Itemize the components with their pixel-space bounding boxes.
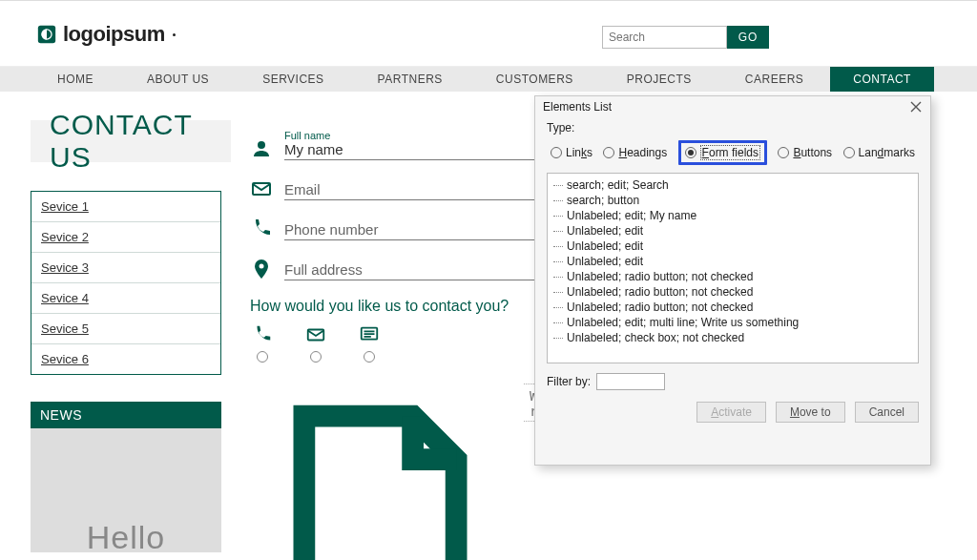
- type-formfields[interactable]: Form fields: [678, 140, 767, 165]
- radio-chat[interactable]: [364, 351, 375, 363]
- list-item[interactable]: Unlabeled; radio button; not checked: [553, 269, 912, 284]
- phone-choice-icon: [252, 324, 273, 345]
- note-icon: [250, 384, 510, 560]
- logo-icon: [36, 24, 57, 45]
- news-header: NEWS: [31, 402, 221, 428]
- type-links[interactable]: Links: [551, 140, 592, 165]
- side-item-6[interactable]: Sevice 6: [31, 344, 220, 374]
- mail-icon: [250, 177, 273, 200]
- chat-choice-icon: [359, 324, 380, 345]
- mail-choice-icon: [305, 324, 326, 345]
- list-item[interactable]: Unlabeled; edit: [553, 254, 912, 269]
- radio-email[interactable]: [310, 351, 322, 363]
- search-go-button[interactable]: GO: [727, 26, 769, 49]
- side-item-2[interactable]: Sevice 2: [31, 222, 220, 253]
- fullname-input[interactable]: [284, 139, 536, 160]
- side-item-1[interactable]: Sevice 1: [31, 192, 220, 222]
- cancel-button[interactable]: Cancel: [855, 402, 919, 423]
- type-buttons[interactable]: Buttons: [778, 140, 832, 165]
- list-item[interactable]: Unlabeled; edit: [553, 239, 912, 254]
- filter-label: Filter by:: [547, 375, 591, 388]
- moveto-button[interactable]: Move to: [776, 402, 845, 423]
- logo[interactable]: logoipsum: [36, 22, 176, 47]
- list-item[interactable]: Unlabeled; check box; not checked: [553, 330, 912, 345]
- page-title: CONTACT US: [50, 109, 231, 174]
- nav-projects[interactable]: PROJECTS: [600, 67, 718, 92]
- nav-contact[interactable]: CONTACT: [830, 67, 934, 92]
- main-nav: HOME ABOUT US SERVICES PARTNERS CUSTOMER…: [0, 67, 977, 92]
- location-icon: [250, 258, 273, 280]
- list-item[interactable]: search; button: [553, 193, 912, 208]
- search-input[interactable]: [602, 26, 727, 49]
- phone-input[interactable]: [284, 219, 536, 240]
- list-item[interactable]: Unlabeled; radio button; not checked: [553, 284, 912, 300]
- list-item[interactable]: search; edit; Search: [553, 177, 912, 193]
- activate-button[interactable]: Activate: [696, 402, 766, 423]
- elements-list[interactable]: search; edit; Search search; button Unla…: [547, 173, 919, 363]
- dialog-type-label: Type:: [547, 121, 919, 135]
- nav-partners[interactable]: PARTNERS: [351, 67, 469, 92]
- list-item[interactable]: Unlabeled; edit: [553, 223, 912, 239]
- logo-text: logoipsum: [63, 22, 165, 47]
- list-item[interactable]: Unlabeled; radio button; not checked: [553, 300, 912, 315]
- news-image: Hello: [31, 428, 221, 552]
- nav-careers[interactable]: CAREERS: [718, 67, 831, 92]
- phone-icon: [250, 218, 273, 240]
- elements-list-dialog: Elements List Type: Links Headings Form …: [534, 95, 931, 466]
- side-menu: Sevice 1 Sevice 2 Sevice 3 Sevice 4 Sevi…: [31, 191, 221, 375]
- address-input[interactable]: [284, 259, 536, 280]
- dialog-title: Elements List: [543, 100, 612, 114]
- side-item-5[interactable]: Sevice 5: [31, 314, 220, 344]
- contact-method-prompt: How would you like us to contact you?: [250, 298, 536, 315]
- close-icon[interactable]: [909, 100, 923, 114]
- email-input[interactable]: [284, 179, 536, 200]
- nav-about[interactable]: ABOUT US: [120, 67, 236, 92]
- list-item[interactable]: Unlabeled; edit; multi line; Write us so…: [553, 315, 912, 330]
- nav-services[interactable]: SERVICES: [236, 67, 350, 92]
- nav-customers[interactable]: CUSTOMERS: [469, 67, 600, 92]
- svg-point-2: [258, 141, 265, 149]
- type-landmarks[interactable]: Landmarks: [843, 140, 915, 165]
- radio-phone[interactable]: [257, 351, 268, 363]
- svg-point-4: [260, 264, 264, 269]
- list-item[interactable]: Unlabeled; edit; My name: [553, 208, 912, 223]
- filter-input[interactable]: [596, 373, 665, 390]
- page-title-wrap: CONTACT US: [31, 120, 231, 162]
- person-icon: [250, 137, 273, 160]
- nav-home[interactable]: HOME: [31, 67, 120, 92]
- side-item-4[interactable]: Sevice 4: [31, 283, 220, 314]
- side-item-3[interactable]: Sevice 3: [31, 253, 220, 283]
- news-hello: Hello: [31, 519, 221, 556]
- type-headings[interactable]: Headings: [603, 140, 667, 165]
